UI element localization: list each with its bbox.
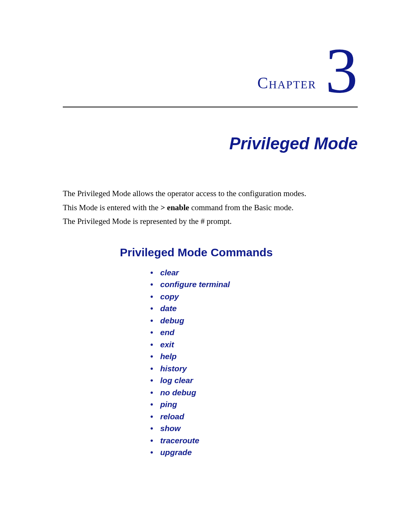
section-heading: Privileged Mode Commands — [120, 246, 358, 259]
chapter-label: Chapter — [257, 74, 316, 92]
command-item: log clear — [150, 374, 358, 387]
chapter-title: Privileged Mode — [63, 134, 358, 153]
intro-paragraph-3: The Privileged Mode is represented by th… — [63, 215, 358, 228]
command-item: history — [150, 363, 358, 375]
command-item: date — [150, 302, 358, 315]
command-item: ping — [150, 398, 358, 411]
command-list: clear configure terminal copy date debug… — [150, 267, 358, 459]
intro-p2-pre: This Mode is entered with the — [63, 203, 161, 212]
command-item: show — [150, 422, 358, 435]
command-item: clear — [150, 267, 358, 279]
divider — [63, 107, 358, 107]
intro-p2-post: command from the Basic mode. — [189, 203, 293, 212]
page: Chapter 3 Privileged Mode The Privileged… — [0, 0, 411, 532]
command-item: configure terminal — [150, 278, 358, 291]
command-item: no debug — [150, 387, 358, 399]
enable-command-text: > enable — [161, 203, 190, 212]
command-item: upgrade — [150, 446, 358, 459]
intro-paragraph-1: The Privileged Mode allows the operator … — [63, 187, 358, 200]
command-item: traceroute — [150, 435, 358, 447]
chapter-number: 3 — [325, 38, 358, 103]
command-item: end — [150, 326, 358, 339]
intro-paragraph-2: This Mode is entered with the > enable c… — [63, 201, 358, 214]
command-item: debug — [150, 315, 358, 327]
command-item: reload — [150, 411, 358, 423]
command-item: exit — [150, 339, 358, 351]
command-item: help — [150, 350, 358, 363]
command-item: copy — [150, 291, 358, 303]
chapter-header: Chapter 3 — [63, 34, 358, 99]
